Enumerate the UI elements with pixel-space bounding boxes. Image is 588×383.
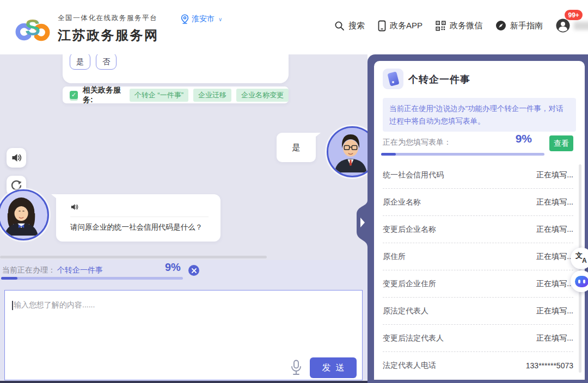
service-tag-0[interactable]: 个转企 “一件事” xyxy=(130,89,188,102)
site-header: S 全国一体化在线政务服务平台 江苏政务服务网 淮安市 ∨ 搜索 xyxy=(0,0,588,54)
assistant-avatar xyxy=(0,189,49,240)
app-window: S 全国一体化在线政务服务平台 江苏政务服务网 淮安市 ∨ 搜索 xyxy=(0,0,588,383)
assistant-message-text: 请问原企业的统一社会信用代码是什么？ xyxy=(70,223,203,232)
form-progress-label: 正在为您填写表单： xyxy=(383,138,451,147)
check-icon: ✓ xyxy=(70,91,78,99)
location-city: 淮安市 xyxy=(192,14,215,24)
field-value: 正在填写... xyxy=(536,225,573,234)
form-field-row: 变更后企业住所 正在填写... xyxy=(383,270,573,298)
brand-block: 全国一体化在线政务服务平台 江苏政务服务网 xyxy=(58,14,159,44)
speaker-icon[interactable] xyxy=(70,203,78,211)
nav-app-label: 政务APP xyxy=(390,21,422,31)
nav-app[interactable]: 政务APP xyxy=(378,20,422,32)
bubble-divider xyxy=(70,217,209,217)
message-input-box xyxy=(4,290,363,380)
field-label: 变更后企业住所 xyxy=(383,279,436,289)
processing-task-link[interactable]: 个转企一件事 xyxy=(57,265,103,275)
field-label: 统一社会信用代码 xyxy=(383,170,444,180)
form-fields-list: 统一社会信用代码 正在填写... 原企业名称 正在填写... 变更后企业名称 正… xyxy=(383,162,573,379)
quick-reply-no-button[interactable]: 否 xyxy=(96,54,117,70)
side-panel: 个转企一件事 当前正在使用“边说边办”功能办理个转企一件事，对话过程中将自动为您… xyxy=(367,54,588,383)
panel-title: 个转企一件事 xyxy=(408,73,470,86)
svg-text:S: S xyxy=(25,15,40,40)
processing-progress-track xyxy=(1,277,183,280)
form-field-row: 变更后法定代表人 正在填写... xyxy=(383,325,573,352)
platform-subtitle: 全国一体化在线政务服务平台 xyxy=(58,14,159,23)
speaker-icon xyxy=(11,152,22,163)
nav-search-label: 搜索 xyxy=(348,21,365,31)
form-progress-percent: 9% xyxy=(508,132,532,145)
field-label: 原法定代表人 xyxy=(383,306,428,316)
avatar-icon xyxy=(556,18,570,33)
location-selector[interactable]: 淮安市 ∨ xyxy=(181,14,222,24)
chat-bottom-zone: 当前正在办理： 个转企一件事 9% 发送 xyxy=(0,260,367,383)
qr-code-icon xyxy=(436,21,446,31)
chat-area: 是 否 ✓ 相关政务服务: 个转企 “一件事” 企业迁移 企业名称变更 是 xyxy=(0,54,367,383)
form-field-row: 统一社会信用代码 正在填写... xyxy=(383,162,573,189)
translate-fab[interactable]: 文 A xyxy=(571,248,588,269)
header-nav: 搜索 政务APP 政务微信 xyxy=(334,18,588,33)
bubble-tail xyxy=(51,194,60,201)
service-tag-1[interactable]: 企业迁移 xyxy=(193,89,231,102)
nav-guide-label: 新手指南 xyxy=(510,21,543,31)
mic-button[interactable] xyxy=(290,360,302,376)
text-caret xyxy=(12,301,13,310)
field-label: 原企业名称 xyxy=(383,197,421,207)
field-value: 正在填写... xyxy=(536,170,573,180)
field-value: 正在填写... xyxy=(536,279,573,289)
close-icon xyxy=(192,268,197,273)
form-field-row: 原企业名称 正在填写... xyxy=(383,189,573,216)
chat-horizontal-scrollbar[interactable] xyxy=(0,256,267,258)
bottom-edge-strip xyxy=(0,381,367,383)
compass-icon xyxy=(495,20,506,31)
related-services-label: 相关政务服务: xyxy=(83,85,124,105)
field-label: 变更后企业名称 xyxy=(383,225,436,234)
send-button[interactable]: 发送 xyxy=(310,357,357,378)
nav-user[interactable] xyxy=(556,18,588,33)
phone-icon xyxy=(378,20,386,32)
nav-wechat[interactable]: 政务微信 xyxy=(436,21,482,31)
notification-badge: 99+ xyxy=(565,10,583,20)
field-value: 正在填写... xyxy=(536,306,573,316)
form-field-row: 原住所 正在填写... xyxy=(383,243,573,270)
translate-icon-a: A xyxy=(582,257,587,264)
form-field-row: 原法定代表人 正在填写... xyxy=(383,298,573,325)
field-label: 变更后法定代表人 xyxy=(383,333,444,343)
form-field-row: 法定代表人电话 133******5073 xyxy=(383,352,573,379)
panel-notice: 当前正在使用“边说边办”功能办理个转企一件事，对话过程中将自动为您填写表单。 xyxy=(383,98,576,132)
related-services-card: ✓ 相关政务服务: 个转企 “一件事” 企业迁移 企业名称变更 xyxy=(63,87,289,103)
panel-collapse-handle[interactable] xyxy=(354,200,367,252)
service-tag-2[interactable]: 企业名称变更 xyxy=(236,89,289,102)
search-icon xyxy=(334,21,345,31)
nav-wechat-label: 政务微信 xyxy=(450,21,482,31)
quick-reply-yes-button[interactable]: 是 xyxy=(70,54,90,70)
form-field-row: 变更后企业名称 正在填写... xyxy=(383,216,573,243)
processing-percent: 9% xyxy=(165,261,181,274)
site-title: 江苏政务服务网 xyxy=(58,27,159,44)
form-progress-track xyxy=(381,153,544,156)
chevron-down-icon: ∨ xyxy=(218,16,222,22)
message-input[interactable] xyxy=(5,291,362,380)
service-doc-icon xyxy=(383,69,403,89)
panel-card: 个转企一件事 当前正在使用“边说边办”功能办理个转企一件事，对话过程中将自动为您… xyxy=(374,61,585,380)
speaker-button[interactable] xyxy=(7,148,26,168)
form-progress-fill xyxy=(381,153,396,156)
user-message-text: 是 xyxy=(292,143,301,153)
user-message-bubble: 是 xyxy=(277,133,316,162)
field-value: 正在填写... xyxy=(536,333,573,343)
view-form-button[interactable]: 查看 xyxy=(549,135,573,151)
processing-progress-fill xyxy=(1,277,17,280)
quick-reply-card: 是 否 xyxy=(63,54,289,83)
bubble-tail xyxy=(312,133,321,140)
nav-guide[interactable]: 新手指南 xyxy=(495,20,543,31)
assistant-message-bubble: 请问原企业的统一社会信用代码是什么？ xyxy=(56,194,220,242)
user-name-redacted xyxy=(574,22,588,30)
nav-search[interactable]: 搜索 xyxy=(334,21,365,31)
close-button[interactable] xyxy=(188,265,199,276)
logo-icon: S xyxy=(13,7,52,46)
field-value: 正在填写... xyxy=(536,252,573,262)
processing-label: 当前正在办理： xyxy=(2,265,56,275)
robot-assistant-fab[interactable] xyxy=(571,270,588,292)
field-value: 133******5073 xyxy=(526,361,573,370)
field-label: 法定代表人电话 xyxy=(383,361,436,370)
